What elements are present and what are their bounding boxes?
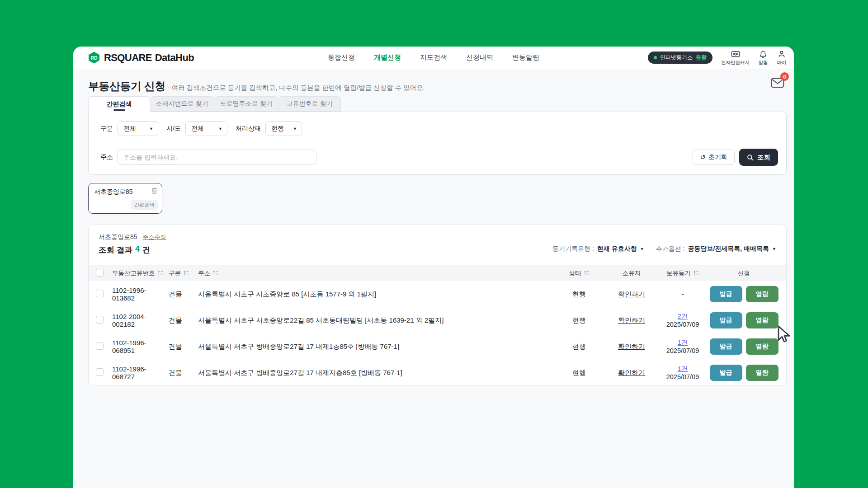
status-cell: 현행 xyxy=(559,290,599,299)
ecash-button[interactable]: 전자민원캐시 xyxy=(721,49,750,66)
property-type: 건물 xyxy=(165,343,195,351)
column-header-address[interactable]: 주소 xyxy=(198,269,210,277)
results-count-suffix: 건 xyxy=(142,244,151,255)
holdings-date: 2025/07/09 xyxy=(666,320,699,328)
column-header-property-id[interactable]: 부동산고유번호 xyxy=(112,269,155,277)
brand-name-datahub: DataHub xyxy=(155,52,194,64)
status-badge-label: 인터넷등기소 xyxy=(660,54,693,61)
holdings-count-link[interactable]: 1건 xyxy=(678,338,688,347)
record-type-dropdown[interactable]: 등기기록유형 : 현재 유효사항 ▼ xyxy=(552,245,644,253)
nav-item-change-alert[interactable]: 변동알림 xyxy=(512,53,539,62)
mailbox-button[interactable]: 0 xyxy=(770,76,786,90)
view-button[interactable]: 열람 xyxy=(746,312,778,328)
record-type-label: 등기기록유형 : xyxy=(552,245,594,253)
my-page-button[interactable]: 마이 xyxy=(777,49,787,66)
search-button[interactable]: 조회 xyxy=(739,149,778,166)
process-status-select[interactable]: 현행 ▼ xyxy=(265,121,302,136)
sido-select-value: 전체 xyxy=(191,125,204,133)
status-dot-icon xyxy=(654,56,657,59)
rd-logo-icon: RD xyxy=(88,52,100,64)
search-keyword-chip[interactable]: 서초중앙로85 간편검색 xyxy=(88,183,162,214)
notifications-label: 알림 xyxy=(759,60,768,66)
owner-check-link[interactable]: 확인하기 xyxy=(618,316,645,325)
results-query-line: 서초중앙로85 주소수정 xyxy=(99,233,776,241)
results-count-prefix: 조회 결과 xyxy=(99,244,132,255)
notifications-button[interactable]: 알림 xyxy=(758,49,768,66)
column-header-apply: 신청 xyxy=(738,269,750,277)
address-input[interactable] xyxy=(118,150,316,165)
issue-button[interactable]: 발급 xyxy=(710,286,742,302)
edit-address-link[interactable]: 주소수정 xyxy=(143,233,166,241)
owner-check-link[interactable]: 확인하기 xyxy=(618,369,645,377)
nav-item-map-search[interactable]: 지도검색 xyxy=(420,53,447,62)
row-checkbox[interactable] xyxy=(96,290,104,297)
issue-button[interactable]: 발급 xyxy=(710,365,742,381)
bell-icon xyxy=(758,49,768,59)
tab-unique-number-search[interactable]: 고유번호로 찾기 xyxy=(278,96,341,112)
row-checkbox[interactable] xyxy=(96,342,104,350)
property-address: 서울특별시 서초구 서초중앙로 85 [서초동 1577-9 외 1필지] xyxy=(195,290,559,299)
top-navigation-bar: RD RSQUARE DataHub 통합신청 개별신청 지도검색 신청내역 변… xyxy=(73,47,794,69)
tab-simple-search[interactable]: 간편검색 xyxy=(88,96,150,112)
nav-item-apply-history[interactable]: 신청내역 xyxy=(466,53,493,62)
issue-button[interactable]: 발급 xyxy=(710,338,742,355)
my-page-label: 마이 xyxy=(777,60,787,66)
category-select[interactable]: 전체 ▼ xyxy=(118,121,158,136)
trash-icon[interactable] xyxy=(151,187,158,194)
view-button[interactable]: 열람 xyxy=(746,286,778,302)
status-value: 현행 xyxy=(572,343,586,351)
main-nav: 통합신청 개별신청 지도검색 신청내역 변동알림 xyxy=(328,53,539,62)
reset-button[interactable]: ↺ 초기화 xyxy=(693,150,735,165)
app-window: RD RSQUARE DataHub 통합신청 개별신청 지도검색 신청내역 변… xyxy=(73,47,794,488)
person-icon xyxy=(777,49,787,59)
chevron-down-icon: ▼ xyxy=(772,247,776,251)
owner-check-link[interactable]: 확인하기 xyxy=(618,343,645,351)
table-row: 1102-1996-013682 건물 서울특별시 서초구 서초중앙로 85 [… xyxy=(89,281,786,307)
category-label: 구분 xyxy=(100,125,113,133)
topbar-right-group: 인터넷등기소 원활 전자민원캐시 xyxy=(648,49,787,66)
view-button[interactable]: 열람 xyxy=(746,365,778,381)
tab-lot-number-search[interactable]: 소재지번으로 찾기 xyxy=(150,96,214,112)
row-checkbox[interactable] xyxy=(96,368,104,376)
sido-select[interactable]: 전체 ▼ xyxy=(185,121,227,136)
holdings-count-link[interactable]: 1건 xyxy=(678,365,688,373)
extra-options-value: 공동담보/전세목록, 매매목록 xyxy=(688,245,769,253)
nav-item-individual-apply[interactable]: 개별신청 xyxy=(374,53,401,62)
apply-cell: 발급 열람 xyxy=(702,365,786,381)
property-address: 서울특별시 서초구 서초중앙로22길 85 서초동대림빌딩 [서초동 1639-… xyxy=(195,316,559,325)
sort-icon[interactable] xyxy=(584,270,590,276)
page-title: 부동산등기 신청 xyxy=(88,79,165,94)
sort-icon[interactable] xyxy=(212,270,218,276)
status-cell: 현행 xyxy=(559,369,599,377)
iros-status-badge[interactable]: 인터넷등기소 원활 xyxy=(648,52,712,64)
results-options: 등기기록유형 : 현재 유효사항 ▼ 추가옵션 : 공동담보/전세목록, 매매목… xyxy=(552,245,776,253)
column-header-type[interactable]: 구분 xyxy=(169,269,181,277)
holdings-cell: - xyxy=(664,290,702,299)
view-button[interactable]: 열람 xyxy=(746,338,778,355)
holdings-value: - xyxy=(682,290,684,299)
select-all-checkbox[interactable] xyxy=(96,269,104,277)
row-checkbox[interactable] xyxy=(96,316,104,324)
property-type: 건물 xyxy=(165,369,195,377)
column-header-status[interactable]: 상태 xyxy=(569,269,581,277)
holdings-count-link[interactable]: 2건 xyxy=(678,312,688,320)
column-header-holdings[interactable]: 보유등기 xyxy=(666,269,691,277)
nav-item-unified-apply[interactable]: 통합신청 xyxy=(328,53,355,62)
extra-options-dropdown[interactable]: 추가옵션 : 공동담보/전세목록, 매매목록 ▼ xyxy=(656,245,776,253)
table-row: 1102-1996-068727 건물 서울특별시 서초구 방배중앙로27길 1… xyxy=(89,360,786,385)
status-cell: 현행 xyxy=(559,343,599,351)
sort-icon[interactable] xyxy=(183,270,189,276)
sort-icon[interactable] xyxy=(693,270,699,276)
issue-button[interactable]: 발급 xyxy=(710,312,742,328)
chevron-down-icon: ▼ xyxy=(640,247,644,251)
sort-icon[interactable] xyxy=(157,270,163,276)
owner-check-link[interactable]: 확인하기 xyxy=(618,290,645,299)
apply-cell: 발급 열람 xyxy=(702,338,786,355)
property-address: 서울특별시 서초구 방배중앙로27길 17 내제지층85호 [방배동 767-1… xyxy=(195,369,559,377)
brand-name: RSQUARE DataHub xyxy=(104,52,194,64)
brand-logo[interactable]: RD RSQUARE DataHub xyxy=(88,52,194,64)
tab-road-address-search[interactable]: 도로명주소로 찾기 xyxy=(214,96,278,112)
chip-keyword: 서초중앙로85 xyxy=(94,188,156,196)
reset-icon: ↺ xyxy=(700,153,706,161)
holdings-date: 2025/07/09 xyxy=(666,347,699,355)
